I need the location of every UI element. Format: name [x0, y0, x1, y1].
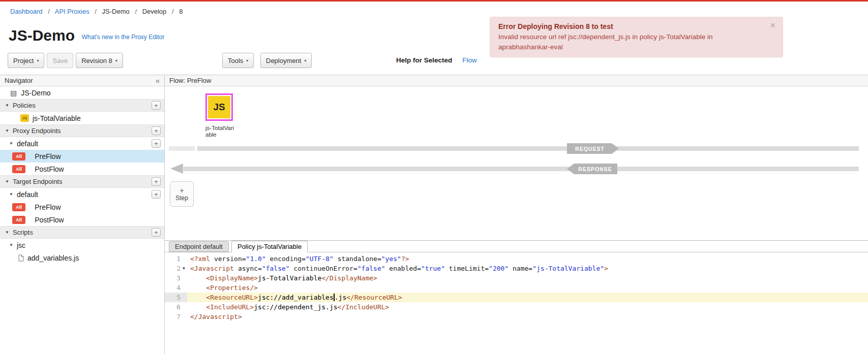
all-flows-badge: All: [12, 216, 25, 224]
add-flow-button[interactable]: +: [152, 139, 161, 148]
nav-item-target-postflow[interactable]: All PostFlow: [0, 213, 164, 226]
nav-item-target-endpoint-default[interactable]: ▼ default +: [0, 188, 164, 201]
add-flow-button[interactable]: +: [152, 190, 161, 199]
tab-endpoint-default[interactable]: Endpoint default: [169, 241, 229, 252]
save-button[interactable]: Save: [47, 53, 73, 68]
nav-item-proxy-root[interactable]: ▤ JS-Demo: [0, 86, 164, 99]
chevron-down-icon: ▾: [304, 58, 306, 63]
collapse-sidebar-icon[interactable]: «: [156, 76, 160, 85]
code-line-7[interactable]: 7</Javascript>: [165, 312, 868, 321]
js-policy-icon: JS: [20, 114, 29, 122]
js-policy-icon: JS: [208, 96, 230, 118]
project-menu-button[interactable]: Project ▾: [8, 53, 44, 68]
line-number: 4: [165, 283, 187, 293]
section-label: Target Endpoints: [13, 178, 63, 185]
request-flow-line: [197, 146, 859, 151]
title-row: JS-Demo What's new in the Proxy Editor: [9, 27, 165, 44]
revision-menu-button[interactable]: Revision 8 ▾: [76, 53, 123, 68]
add-step-label: Step: [175, 195, 188, 202]
line-number: 3: [165, 273, 187, 283]
nav-item-policy-js-totalvariable[interactable]: JS js-TotalVariable: [0, 112, 164, 124]
breadcrumb-api-proxies[interactable]: API Proxies: [55, 8, 89, 15]
nav-item-target-preflow[interactable]: All PreFlow: [0, 201, 164, 213]
section-label: Policies: [13, 102, 36, 109]
navigator-title: Navigator: [5, 77, 33, 84]
response-arrow-icon: [170, 164, 183, 174]
breadcrumb-separator: /: [135, 8, 137, 15]
code-line-4[interactable]: 4 <Properties/>: [165, 283, 868, 293]
help-flow-link[interactable]: Flow: [462, 56, 477, 64]
chevron-down-icon: ▾: [246, 58, 248, 63]
line-number: 1: [165, 254, 187, 264]
navigator-header: Navigator «: [0, 75, 164, 86]
add-target-endpoint-button[interactable]: +: [152, 177, 161, 186]
section-scripts[interactable]: ▼ Scripts +: [0, 226, 164, 239]
navigator-panel: Navigator « ▤ JS-Demo ▼ Policies + JS js…: [0, 75, 165, 354]
nav-item-proxy-postflow[interactable]: All PostFlow: [0, 163, 164, 175]
code-editor-panel: Endpoint default Policy js-TotalVariable…: [165, 240, 868, 354]
help-for-selected-label: Help for Selected: [396, 56, 452, 64]
nav-item-label: PostFlow: [35, 165, 64, 173]
breadcrumb-dashboard[interactable]: Dashboard: [10, 8, 43, 15]
breadcrumb-separator: /: [48, 8, 50, 15]
line-number: 6: [165, 302, 187, 312]
tools-menu-button[interactable]: Tools ▾: [222, 53, 254, 68]
code-line-2[interactable]: 2▾<Javascript async="false" continueOnEr…: [165, 264, 868, 273]
workspace: Navigator « ▤ JS-Demo ▼ Policies + JS js…: [0, 75, 868, 354]
response-flow-line: [183, 167, 859, 171]
tools-menu-label: Tools: [228, 57, 243, 65]
section-proxy-endpoints[interactable]: ▼ Proxy Endpoints +: [0, 124, 164, 137]
code-line-1[interactable]: 1<?xml version="1.0" encoding="UTF-8" st…: [165, 254, 868, 264]
whats-new-link[interactable]: What's new in the Proxy Editor: [82, 34, 165, 41]
breadcrumb-js-demo[interactable]: JS-Demo: [102, 8, 130, 15]
code-text: </Javascript>: [187, 312, 242, 321]
close-icon[interactable]: ×: [770, 20, 775, 31]
nav-item-script-folder-jsc[interactable]: ▼ jsc: [0, 239, 164, 251]
flow-panel-title: Flow: PreFlow: [169, 77, 211, 84]
nav-item-label: PreFlow: [35, 203, 61, 211]
code-area[interactable]: 1<?xml version="1.0" encoding="UTF-8" st…: [165, 252, 868, 354]
chevron-down-icon: ▼: [5, 128, 9, 133]
add-script-button[interactable]: +: [152, 228, 161, 237]
flow-canvas: JS js-TotalVariable REQUEST RESPONSE + S…: [165, 86, 868, 240]
nav-item-script-add-variables[interactable]: add_variables.js: [0, 251, 164, 264]
chevron-down-icon: ▾: [115, 58, 117, 63]
all-flows-badge: All: [12, 165, 25, 173]
nav-item-label: PostFlow: [35, 216, 64, 224]
code-text: <?xml version="1.0" encoding="UTF-8" sta…: [187, 254, 409, 264]
nav-item-proxy-endpoint-default[interactable]: ▼ default +: [0, 137, 164, 150]
revision-menu-label: Revision 8: [81, 57, 112, 65]
fold-marker-icon[interactable]: ▾: [181, 264, 187, 273]
chevron-down-icon: ▼: [9, 192, 13, 197]
toolbar-left-group: Project ▾ Save Revision 8 ▾: [8, 53, 123, 68]
breadcrumb-develop[interactable]: Develop: [142, 8, 167, 15]
code-line-6[interactable]: 6 <IncludeURL>jsc://dependent_js.js</Inc…: [165, 302, 868, 312]
deployment-menu-button[interactable]: Deployment ▾: [260, 53, 312, 68]
section-target-endpoints[interactable]: ▼ Target Endpoints +: [0, 175, 164, 188]
code-text: <DisplayName>js-TotalVariable</DisplayNa…: [187, 273, 377, 283]
add-step-button[interactable]: + Step: [170, 181, 194, 207]
chevron-down-icon: ▼: [9, 141, 13, 146]
chevron-down-icon: ▼: [5, 103, 9, 108]
code-line-3[interactable]: 3 <DisplayName>js-TotalVariable</Display…: [165, 273, 868, 283]
tab-policy-js-totalvariable[interactable]: Policy js-TotalVariable: [231, 241, 308, 252]
add-proxy-endpoint-button[interactable]: +: [152, 126, 161, 135]
editor-tabstrip: Endpoint default Policy js-TotalVariable: [165, 241, 868, 252]
code-line-5[interactable]: 5 <ResourceURL>jsc://add_variables.js</R…: [165, 293, 868, 302]
policy-node-js-totalvariable[interactable]: JS: [205, 93, 233, 121]
flow-editor-panel: Flow: PreFlow JS js-TotalVariable REQUES…: [165, 75, 868, 354]
page-header: Dashboard / API Proxies / JS-Demo / Deve…: [0, 2, 868, 75]
help-for-selected: Help for Selected Flow: [396, 56, 477, 64]
nav-item-proxy-preflow[interactable]: All PreFlow: [0, 150, 164, 163]
breadcrumb-separator: /: [172, 8, 174, 15]
all-flows-badge: All: [12, 203, 25, 211]
add-policy-button[interactable]: +: [152, 101, 161, 110]
code-text: <Javascript async="false" continueOnErro…: [187, 264, 608, 273]
error-banner-message: Invalid resource url ref jsc://dependent…: [498, 32, 762, 52]
line-number: 7: [165, 312, 187, 321]
breadcrumb-revision-number: 8: [179, 8, 183, 15]
nav-item-label: PreFlow: [35, 152, 61, 160]
chevron-down-icon: ▼: [5, 179, 9, 184]
section-policies[interactable]: ▼ Policies +: [0, 99, 164, 112]
code-text: <IncludeURL>jsc://dependent_js.js</Inclu…: [187, 302, 389, 312]
